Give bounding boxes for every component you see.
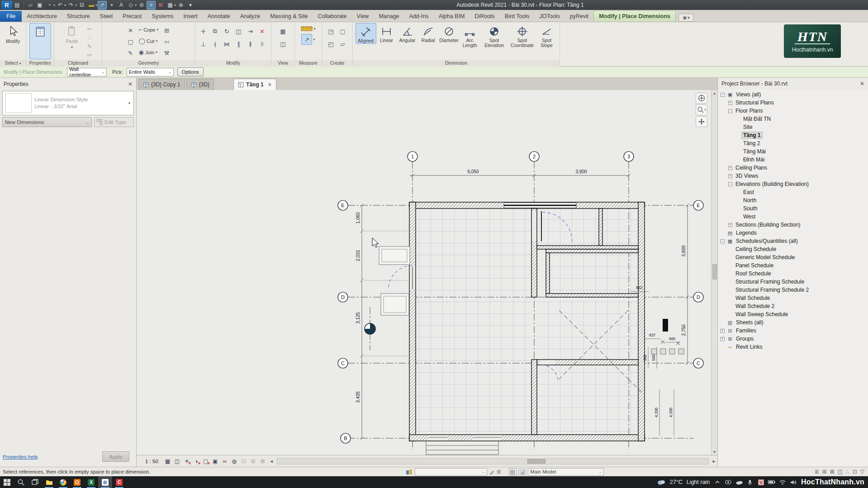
ribbon-tab-steel[interactable]: Steel xyxy=(95,11,118,22)
undo-icon[interactable]: ↶ xyxy=(56,1,65,9)
steering-wheel-icon[interactable] xyxy=(696,93,707,104)
panel-label-select[interactable]: Select ▾ xyxy=(0,60,26,66)
floor-plan[interactable]: 1 2 3 E D C B E D C 6,050 3,900 1,060 2,… xyxy=(137,90,711,455)
view-tab-1[interactable]: {3D} Copy 1 xyxy=(138,79,185,90)
tree-item-structural-framing-schedule-2[interactable]: Structural Framing Schedule 2 xyxy=(718,286,868,294)
analytical-model-icon[interactable]: ⊡ xyxy=(239,457,248,466)
tray-volume-icon[interactable] xyxy=(790,479,797,486)
ui-layout-icon[interactable]: ▤ xyxy=(13,1,22,9)
ribbon-tab-modify-place-dimensions[interactable]: Modify | Place Dimensions xyxy=(593,10,676,22)
ribbon-tab-file[interactable]: File xyxy=(0,11,22,22)
selection-underlay-toggle-icon[interactable]: ⊠ xyxy=(830,469,835,475)
collapse-icon[interactable]: − xyxy=(721,239,725,243)
dimension-tool-spot-slope[interactable]: SpotSlope xyxy=(536,23,557,48)
dimension-top[interactable]: 6,050 3,900 xyxy=(409,169,631,177)
reference-select[interactable]: Wall centerline⌄ xyxy=(67,68,107,76)
collapse-icon[interactable]: − xyxy=(728,182,732,186)
workset-toggle-icon[interactable]: ⊕ xyxy=(176,1,185,9)
tree-item-wall-sweep-schedule[interactable]: Wall Sweep Schedule xyxy=(718,310,868,318)
copy-to-clipboard-icon[interactable]: ∷ xyxy=(84,33,95,42)
taskbar-excel-icon[interactable]: X xyxy=(84,476,98,488)
split-icon[interactable]: ∤ xyxy=(210,38,221,49)
create-parts-icon[interactable]: ◰ xyxy=(326,38,337,49)
vertical-scrollbar[interactable]: ▲ ▼ xyxy=(711,90,717,455)
tree-item-ceiling-plans[interactable]: +Ceiling Plans xyxy=(718,164,868,172)
tree-item-schedules-quantities-all-[interactable]: −▦Schedules/Quantities (all) xyxy=(718,237,868,245)
selection-face-toggle-icon[interactable]: ∴ xyxy=(846,469,849,475)
workset-select[interactable]: ⌄ xyxy=(415,468,487,476)
scale-icon[interactable]: ≬ xyxy=(245,38,256,49)
demolish-icon[interactable]: ⚒ xyxy=(161,47,172,58)
switch-windows-icon[interactable]: ▦ xyxy=(166,1,175,9)
sync-with-central-icon[interactable]: ◔ xyxy=(45,1,54,9)
panel-label-geometry[interactable]: Geometry xyxy=(102,60,195,66)
pan-icon[interactable] xyxy=(696,116,707,127)
taskbar-orange-app-icon[interactable] xyxy=(70,476,84,488)
properties-palette-button[interactable] xyxy=(29,23,51,59)
move-icon[interactable]: ✛ xyxy=(198,26,209,37)
expand-icon[interactable]: + xyxy=(728,101,732,105)
dropdown-icon[interactable]: ▾ xyxy=(75,3,77,7)
tree-item-site[interactable]: Site xyxy=(718,123,868,131)
tag-by-category-icon[interactable]: ⌖ xyxy=(107,1,116,9)
delete-icon[interactable]: ✕ xyxy=(257,26,268,37)
dimension-right[interactable]: 3,800 2,750 xyxy=(681,204,689,365)
selection-links-toggle-icon[interactable]: ⊞ xyxy=(822,469,827,475)
expand-icon[interactable]: + xyxy=(721,337,725,341)
design-options-icon[interactable]: ▤ xyxy=(509,468,517,475)
type-selector-chevron-icon[interactable]: ▾ xyxy=(125,101,133,105)
tree-item-t-ng-m-i[interactable]: Tầng Mái xyxy=(718,147,868,156)
tray-battery-icon[interactable] xyxy=(768,479,775,486)
aligned-measure-button[interactable]: ↗ ▾ xyxy=(301,34,315,45)
taskbar-task-view-icon[interactable] xyxy=(28,476,42,488)
view-tab-close-icon[interactable]: ✕ xyxy=(268,82,272,88)
scroll-left-icon[interactable]: ◄ xyxy=(268,457,275,465)
visual-style-icon[interactable]: ▩ xyxy=(163,457,172,466)
tree-item-t-ng-2[interactable]: Tầng 2 xyxy=(718,139,868,147)
cope-button[interactable]: ⌐Cope▾ xyxy=(138,24,160,35)
beam-joins-icon[interactable]: ∺ xyxy=(161,36,172,47)
apply-coping-icon[interactable]: ▢ xyxy=(125,36,136,47)
properties-close-icon[interactable]: ✕ xyxy=(128,81,133,87)
view-tab-2[interactable]: {3D} xyxy=(186,79,214,90)
ribbon-tab-architecture[interactable]: Architecture xyxy=(22,11,62,22)
aligned-dimension-icon[interactable]: ↗ xyxy=(98,1,107,9)
tray-microphone-icon[interactable] xyxy=(746,479,754,486)
create-similar-icon[interactable]: ▱ xyxy=(337,38,348,49)
selection-filter-combo[interactable]: New Dimensions ⌄ xyxy=(2,117,92,127)
paint-icon[interactable]: ✎ xyxy=(125,47,136,58)
design-option-select[interactable]: Main Model⌄ xyxy=(528,468,604,476)
redo-icon[interactable]: ↷ xyxy=(66,1,76,9)
dimension-tool-arc-length[interactable]: ArcLength xyxy=(460,23,480,48)
taskbar-file-explorer-icon[interactable] xyxy=(42,476,56,488)
ribbon-tab-systems[interactable]: Systems xyxy=(147,11,178,22)
tree-item-ceiling-schedule[interactable]: Ceiling Schedule xyxy=(718,245,868,253)
selection-pinned-toggle-icon[interactable]: ◫ xyxy=(838,469,843,475)
crop-view-icon[interactable]: ▢✕ xyxy=(201,457,210,466)
tree-item-west[interactable]: West xyxy=(718,213,868,221)
weather-icon[interactable] xyxy=(657,479,666,485)
tree-item-families[interactable]: +⊟Families xyxy=(718,327,868,335)
align-icon[interactable]: ⊥ xyxy=(198,38,209,49)
cut-geometry-button[interactable]: ◯Cut▾ xyxy=(138,35,160,47)
tree-item-panel-schedule[interactable]: Panel Schedule xyxy=(718,261,868,270)
weather-temperature[interactable]: 27°C xyxy=(670,479,683,485)
vertical-scroll-thumb[interactable] xyxy=(712,264,717,280)
tree-item-sections-building-section-[interactable]: +Sections (Building Section) xyxy=(718,221,868,229)
text-icon[interactable]: A xyxy=(117,1,126,9)
expand-icon[interactable]: + xyxy=(728,223,732,227)
dropdown-icon[interactable]: ▾ xyxy=(64,3,66,7)
ribbon-tab-add-ins[interactable]: Add-Ins xyxy=(404,11,434,22)
ribbon-tab-massing-site[interactable]: Massing & Site xyxy=(265,11,313,22)
tree-item-sheets-all-[interactable]: ▥Sheets (all) xyxy=(718,318,868,327)
modify-tool-button[interactable]: Modify xyxy=(2,23,24,59)
scroll-right-icon[interactable]: ► xyxy=(711,457,717,465)
tree-item-east[interactable]: East xyxy=(718,188,868,196)
weather-description[interactable]: Light rain xyxy=(687,479,710,485)
worksets-icon[interactable] xyxy=(406,469,413,475)
tree-item-north[interactable]: North xyxy=(718,196,868,204)
collapse-icon[interactable]: − xyxy=(728,109,732,113)
type-selector[interactable]: Linear Dimension Style Linear - 3/32" Ar… xyxy=(2,91,134,115)
open-file-icon[interactable]: ▱ xyxy=(26,1,35,9)
ribbon-tab-structure[interactable]: Structure xyxy=(62,11,95,22)
